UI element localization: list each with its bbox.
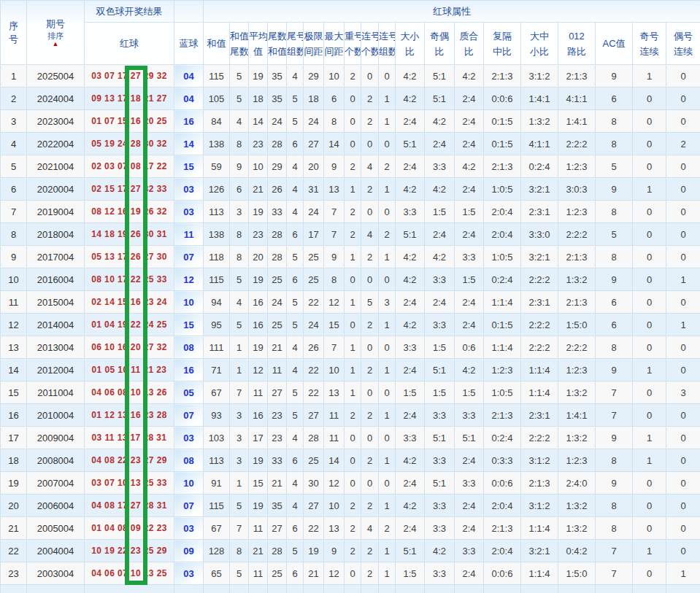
attr-cell-12: 2:4 (455, 517, 484, 540)
attr-cell-11: 2:4 (425, 291, 455, 314)
col-header-attr-4: 尾号组数 (287, 23, 304, 65)
partial-cell (174, 585, 204, 593)
attr-cell-4: 5 (287, 404, 304, 427)
col-header-attr-11: 奇偶比 (425, 23, 455, 65)
attr-cell-3: 23 (268, 427, 287, 449)
period-cell: 2013004 (27, 336, 85, 359)
attr-cell-16: 8 (596, 110, 633, 133)
attr-cell-15: 2:2:2 (558, 223, 596, 246)
blue-ball-cell: 03 (174, 517, 204, 540)
blue-ball-cell: 08 (174, 449, 204, 472)
attr-cell-12: 1:5 (455, 268, 484, 291)
col-header-period-sort[interactable]: 期号 排序 ▲ (27, 1, 85, 65)
sort-ascending-icon[interactable]: ▲ (27, 41, 84, 47)
attr-cell-8: 2 (361, 562, 379, 585)
attr-cell-16: 7 (596, 381, 633, 404)
attr-cell-12: 4:2 (455, 359, 484, 381)
partial-cell (633, 585, 666, 593)
attr-cell-7: 2 (345, 404, 361, 427)
attr-cell-16: 9 (596, 268, 633, 291)
attr-cell-12: 3:3 (455, 246, 484, 268)
attr-cell-3: 29 (268, 155, 287, 178)
attr-cell-11: 5:1 (425, 65, 455, 88)
attr-cell-18: 0 (666, 404, 700, 427)
attr-cell-17: 1 (633, 449, 666, 472)
attr-cell-5: 18 (304, 88, 324, 110)
period-cell: 2024004 (27, 88, 85, 110)
red-balls-cell: 02 03 07 08 17 22 (85, 155, 174, 178)
attr-cell-10: 3:3 (396, 427, 425, 449)
attr-cell-1: 5 (230, 314, 249, 336)
seq-cell: 16 (1, 404, 27, 427)
attr-cell-5: 25 (304, 449, 324, 472)
attr-cell-17: 1 (633, 540, 666, 562)
attr-cell-1: 8 (230, 223, 249, 246)
attr-cell-5: 19 (304, 540, 324, 562)
attr-cell-8: 0 (361, 133, 379, 155)
table-row: 9201700405 13 17 26 27 30071188202852591… (1, 246, 700, 268)
sort-label[interactable]: 排序 (27, 31, 84, 41)
attr-header-line1: 偶号 (674, 31, 693, 42)
blue-ball-cell: 16 (174, 359, 204, 381)
red-balls-cell: 02 14 15 16 23 24 (85, 291, 174, 314)
attr-cell-14: 3:2:1 (521, 246, 558, 268)
col-header-attr-9: 连号组数 (379, 23, 396, 65)
attr-cell-13: 1:1:4 (484, 336, 521, 359)
attr-header-line1: 连号 (361, 31, 379, 42)
red-balls-cell: 03 07 10 13 25 33 (85, 472, 174, 495)
attr-cell-4: 4 (287, 178, 304, 201)
attr-cell-2: 21 (249, 540, 268, 562)
col-header-attr-3: 尾数和值 (268, 23, 287, 65)
attr-cell-1: 3 (230, 449, 249, 472)
col-header-attr-16: AC值 (596, 23, 633, 65)
period-cell: 2022004 (27, 133, 85, 155)
attr-cell-15: 1:4:1 (558, 404, 596, 427)
attr-cell-11: 4:2 (425, 540, 455, 562)
seq-cell: 8 (1, 223, 27, 246)
attr-header-line2: 组数 (287, 46, 304, 57)
attr-cell-0: 103 (204, 427, 230, 449)
attr-cell-6: 7 (324, 223, 345, 246)
attr-cell-3: 27 (268, 517, 287, 540)
col-header-attr-18: 偶号连续 (666, 23, 700, 65)
attr-cell-8: 4 (361, 223, 379, 246)
attr-cell-5: 29 (304, 65, 324, 88)
partial-cell (425, 585, 455, 593)
col-header-attr-5: 极限间距 (304, 23, 324, 65)
red-balls-cell: 01 04 08 09 22 23 (85, 517, 174, 540)
seq-label-line1: 序 (9, 20, 18, 31)
red-balls-cell: 04 08 22 23 27 29 (85, 449, 174, 472)
attr-cell-10: 1:5 (396, 381, 425, 404)
red-balls-cell: 02 15 17 27 32 33 (85, 178, 174, 201)
attr-header-line2: 比 (464, 46, 474, 57)
attr-header-line2: 连续 (640, 46, 659, 57)
attr-cell-13: 0:1:5 (484, 133, 521, 155)
seq-cell: 10 (1, 268, 27, 291)
attr-cell-10: 2:4 (396, 472, 425, 495)
attr-cell-1: 8 (230, 133, 249, 155)
attr-cell-0: 138 (204, 223, 230, 246)
attr-cell-9: 1 (379, 110, 396, 133)
attr-cell-6: 11 (324, 404, 345, 427)
blue-ball-cell: 11 (174, 223, 204, 246)
attr-cell-13: 2:0:4 (484, 223, 521, 246)
attr-header-line1: 质合 (460, 31, 479, 42)
attr-cell-8: 2 (361, 178, 379, 201)
attr-cell-4: 5 (287, 88, 304, 110)
attr-header-line2: 路比 (567, 46, 586, 57)
attr-cell-4: 6 (287, 517, 304, 540)
attr-cell-11: 3:3 (425, 314, 455, 336)
attr-cell-15: 2:1:3 (558, 246, 596, 268)
blue-ball-cell: 04 (174, 88, 204, 110)
attr-cell-8: 0 (361, 472, 379, 495)
attr-cell-11: 2:4 (425, 133, 455, 155)
period-cell: 2017004 (27, 246, 85, 268)
attr-cell-16: 5 (596, 155, 633, 178)
attr-cell-17: 0 (633, 110, 666, 133)
attr-cell-7: 0 (345, 449, 361, 472)
attr-cell-1: 5 (230, 562, 249, 585)
seq-cell: 2 (1, 88, 27, 110)
blue-ball-cell: 03 (174, 201, 204, 223)
table-row: 1202500403 07 17 27 29 32041155193542910… (1, 65, 700, 88)
attr-cell-15: 1:5:0 (558, 314, 596, 336)
